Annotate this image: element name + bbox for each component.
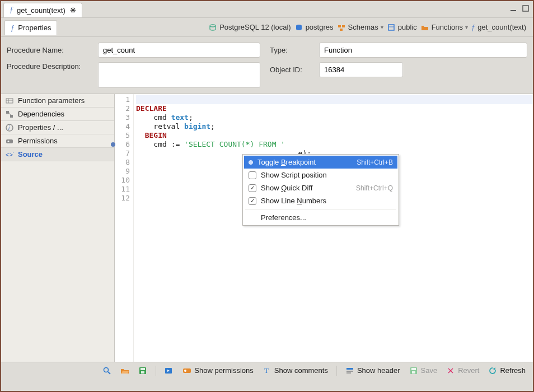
chevron-down-icon[interactable]: ▾ — [381, 24, 383, 30]
sidepanel-item-source[interactable]: <>TSource — [1, 148, 114, 161]
execute-icon — [165, 366, 174, 375]
svg-point-2 — [210, 25, 216, 27]
sidepanel-icon — [6, 137, 15, 145]
svg-rect-32 — [346, 372, 351, 374]
menu-item-label: Show Script position — [261, 171, 393, 179]
procname-label: Procedure Name: — [7, 46, 93, 54]
editor-code[interactable]: DECLARE cmd text; retval bigint; BEGIN c… — [134, 94, 533, 362]
search-button[interactable] — [100, 365, 114, 377]
revert-icon — [446, 366, 455, 375]
save-icon — [138, 366, 147, 375]
schemas-icon — [337, 23, 346, 32]
maximize-icon[interactable] — [522, 4, 530, 12]
svg-rect-17 — [6, 139, 13, 143]
refresh-button[interactable]: Refresh — [485, 365, 528, 377]
gutter-context-menu: Toggle BreakpointShift+Ctrl+BShow Script… — [242, 154, 399, 226]
revert-button[interactable]: Revert — [443, 365, 482, 377]
breadcrumb-schema[interactable]: public — [387, 23, 417, 32]
procdesc-input[interactable] — [98, 62, 260, 88]
key-icon — [182, 366, 191, 375]
svg-rect-23 — [140, 368, 145, 370]
svg-rect-9 — [6, 99, 13, 103]
svg-rect-30 — [346, 368, 353, 370]
menu-item-shortcut: Shift+Ctrl+Q — [356, 184, 393, 192]
subtab-properties[interactable]: ƒ Properties — [4, 20, 57, 35]
function-icon: ƒ — [11, 24, 15, 32]
menu-item-label: Show Line Numbers — [261, 197, 393, 205]
database-icon — [294, 23, 303, 32]
svg-rect-0 — [510, 10, 516, 11]
sidepanel-icon — [6, 110, 15, 118]
save-file-button[interactable] — [135, 365, 150, 377]
sidepanel-item-dependencies[interactable]: Dependencies — [1, 108, 114, 121]
show-header-button[interactable]: Show header — [343, 365, 403, 377]
svg-text:<>T: <>T — [6, 151, 13, 158]
breadcrumb: PostgreSQL 12 (local) postgres Schemas ▾… — [60, 23, 530, 32]
save-icon — [409, 366, 418, 375]
svg-rect-35 — [412, 371, 415, 374]
function-icon: ƒ — [471, 23, 475, 31]
body-split: Function parametersDependenciesiProperti… — [1, 94, 533, 362]
refresh-icon — [488, 366, 497, 375]
breakpoint-marker[interactable] — [111, 142, 115, 147]
menu-item-preferences[interactable]: Preferences... — [244, 211, 397, 224]
breadcrumb-function[interactable]: ƒ get_count(text) — [471, 23, 526, 31]
menu-item-show-line-numbers[interactable]: ✓Show Line Numbers — [244, 194, 397, 207]
editor-tabbar: ƒ get_count(text) ✳ — [1, 1, 533, 18]
source-editor[interactable]: 123456789101112 DECLARE cmd text; retval… — [115, 94, 533, 362]
text-icon: T — [263, 366, 271, 375]
sidepanel-item-permissions[interactable]: Permissions — [1, 134, 114, 148]
execute-button[interactable] — [162, 365, 176, 377]
sidepanel-label: Permissions — [18, 137, 58, 145]
menu-item-label: Toggle Breakpoint — [257, 158, 352, 166]
procname-input[interactable] — [98, 43, 260, 58]
editor-gutter[interactable]: 123456789101112 — [115, 94, 134, 362]
svg-rect-24 — [141, 371, 144, 374]
subtab-label: Properties — [18, 24, 51, 32]
svg-line-21 — [108, 372, 110, 374]
checkbox-empty-icon — [249, 171, 256, 179]
folder-open-icon — [120, 366, 129, 375]
show-permissions-button[interactable]: Show permissions — [180, 365, 256, 377]
svg-text:i: i — [8, 125, 10, 131]
open-button[interactable] — [118, 365, 132, 377]
procdesc-label: Procedure Description: — [7, 62, 93, 71]
menu-item-label: Show Quick Diff — [261, 184, 352, 192]
svg-rect-4 — [338, 25, 341, 27]
svg-point-28 — [184, 370, 186, 372]
svg-text:T: T — [264, 366, 269, 375]
svg-rect-34 — [411, 368, 416, 370]
tab-title: get_count(text) — [17, 6, 65, 15]
menu-item-label: Preferences... — [261, 213, 393, 222]
objid-input[interactable] — [319, 62, 403, 77]
svg-rect-31 — [346, 371, 353, 372]
sidepanel-item-properties[interactable]: iProperties / ... — [1, 121, 114, 134]
svg-marker-39 — [493, 367, 496, 370]
type-input[interactable] — [319, 43, 527, 58]
svg-point-18 — [8, 141, 10, 142]
svg-rect-6 — [340, 29, 343, 31]
bottom-toolbar: Show permissions T Show comments Show he… — [1, 362, 533, 379]
show-comments-button[interactable]: T Show comments — [260, 365, 331, 377]
breadcrumb-schemas[interactable]: Schemas ▾ — [337, 23, 383, 32]
chevron-down-icon[interactable]: ▾ — [465, 24, 468, 30]
minimize-icon[interactable] — [509, 4, 517, 12]
breakpoint-icon — [249, 160, 253, 165]
sidepanel-icon — [6, 97, 15, 105]
menu-item-show-script-position[interactable]: Show Script position — [244, 169, 397, 181]
properties-form: Procedure Name: Procedure Description: T… — [1, 37, 533, 88]
function-icon: ƒ — [10, 6, 13, 15]
side-panel: Function parametersDependenciesiProperti… — [1, 94, 115, 362]
menu-item-toggle-breakpoint[interactable]: Toggle BreakpointShift+Ctrl+B — [244, 156, 397, 169]
breadcrumb-database[interactable]: postgres — [294, 23, 334, 32]
svg-rect-12 — [6, 111, 9, 114]
breadcrumb-functions[interactable]: Functions ▾ — [420, 23, 468, 32]
sidepanel-item-function-parameters[interactable]: Function parameters — [1, 94, 114, 108]
breadcrumb-server[interactable]: PostgreSQL 12 (local) — [208, 23, 291, 32]
editor-tab-getcount[interactable]: ƒ get_count(text) ✳ — [3, 3, 82, 17]
schema-icon — [387, 23, 396, 32]
sidepanel-label: Function parameters — [18, 96, 85, 105]
search-icon — [102, 366, 111, 375]
menu-item-show-quick-diff[interactable]: ✓Show Quick DiffShift+Ctrl+Q — [244, 181, 397, 194]
save-button[interactable]: Save — [406, 365, 441, 377]
